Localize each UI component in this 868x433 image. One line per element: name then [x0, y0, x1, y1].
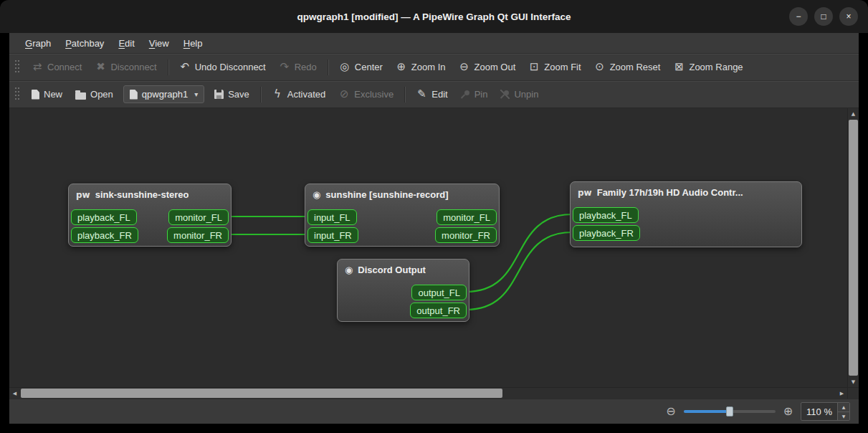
zoom-spinbox[interactable]: 110 % ▲ ▼ [801, 402, 850, 421]
zoom-spin-down-button[interactable]: ▼ [838, 411, 849, 421]
horizontal-scroll-thumb[interactable] [21, 389, 502, 398]
pin-button[interactable]: Pin [455, 85, 494, 103]
graph-node-family[interactable]: pwFamily 17h/19h HD Audio Contr...playba… [570, 181, 802, 247]
graph-edges [9, 108, 847, 387]
zoom-range-icon: ⊠ [673, 62, 685, 72]
zoom-in-icon: ⊕ [396, 62, 407, 72]
close-icon: × [846, 12, 851, 21]
disconnect-icon: ✖ [95, 62, 106, 72]
scroll-left-button[interactable]: ◀ [9, 388, 20, 399]
port-playback_FR[interactable]: playback_FR [71, 227, 138, 243]
status-zoom-out-icon[interactable]: ⊖ [666, 406, 675, 417]
pin-label: Pin [474, 89, 488, 100]
exclusive-icon: ⊘ [338, 89, 350, 100]
connect-label: Connect [47, 62, 82, 72]
disconnect-label: Disconnect [110, 62, 156, 72]
edit-button[interactable]: ✎ Edit [410, 85, 453, 103]
chevron-down-icon: ▾ [194, 90, 198, 98]
node-header: ◉sunshine [sunshine-record] [305, 184, 499, 200]
center-button[interactable]: ◎ Center [333, 58, 388, 76]
undo-disconnect-button[interactable]: ↶ Undo Disconnect [173, 58, 272, 76]
menu-patchbay[interactable]: Patchbay [58, 36, 111, 51]
menu-edit[interactable]: Edit [111, 36, 141, 51]
zoom-in-button[interactable]: ⊕ Zoom In [390, 58, 452, 76]
scroll-up-button[interactable]: ▲ [848, 108, 859, 119]
exclusive-label: Exclusive [354, 89, 394, 100]
port-playback_FL[interactable]: playback_FL [573, 207, 639, 223]
zoom-slider[interactable] [684, 406, 776, 417]
app-window: qpwgraph1 [modified] — A PipeWire Graph … [0, 0, 868, 433]
horizontal-scroll-track[interactable] [20, 388, 836, 399]
toolbar-separator [168, 60, 168, 75]
port-monitor_FL[interactable]: monitor_FL [168, 209, 229, 225]
vertical-scroll-track[interactable] [848, 119, 859, 376]
zoom-in-label: Zoom In [411, 62, 446, 72]
new-file-icon [32, 90, 39, 100]
port-playback_FR[interactable]: playback_FR [573, 225, 640, 241]
zoom-range-label: Zoom Range [689, 62, 743, 72]
minimize-icon: − [796, 12, 801, 21]
menu-graph[interactable]: Graph [18, 36, 58, 51]
scrollbar-corner [847, 388, 859, 399]
zoom-slider-fill [684, 410, 730, 413]
unpin-button[interactable]: Unpin [495, 85, 544, 103]
new-button[interactable]: New [26, 85, 68, 103]
menu-view[interactable]: View [142, 36, 176, 51]
node-header: pwFamily 17h/19h HD Audio Contr... [571, 182, 801, 198]
port-input_FL[interactable]: input_FL [307, 209, 357, 225]
port-monitor_FR[interactable]: monitor_FR [167, 227, 229, 243]
close-button[interactable]: × [839, 7, 858, 26]
patchbay-combo[interactable]: qpwgraph1 ▾ [123, 85, 204, 103]
port-output_FL[interactable]: output_FL [411, 285, 467, 300]
scroll-down-button[interactable]: ▼ [848, 376, 859, 387]
zoom-slider-handle[interactable] [726, 406, 733, 417]
graph-canvas[interactable]: pwsink-sunshine-stereoplayback_FLplaybac… [9, 108, 847, 387]
zoom-fit-label: Zoom Fit [544, 62, 581, 72]
zoom-reset-button[interactable]: ⊙ Zoom Reset [588, 58, 667, 76]
toolbar-separator [328, 60, 328, 75]
connect-button[interactable]: ⇄ Connect [26, 58, 87, 76]
zoom-range-button[interactable]: ⊠ Zoom Range [667, 58, 748, 76]
maximize-button[interactable]: □ [814, 7, 833, 26]
node-header: pwsink-sunshine-stereo [69, 184, 231, 200]
titlebar: qpwgraph1 [modified] — A PipeWire Graph … [0, 0, 868, 33]
node-title: Discord Output [358, 265, 426, 275]
minimize-button[interactable]: − [789, 7, 808, 26]
graph-node-discord[interactable]: ◉Discord Outputoutput_FLoutput_FR [337, 259, 469, 322]
canvas-row: pwsink-sunshine-stereoplayback_FLplaybac… [9, 108, 859, 387]
scroll-right-button[interactable]: ▶ [836, 388, 847, 399]
redo-label: Redo [295, 62, 317, 72]
toolbar-patchbay: New Open qpwgraph1 ▾ Save ϟ Activated ⊘ [9, 80, 859, 108]
port-output_FR[interactable]: output_FR [410, 303, 467, 318]
zoom-fit-button[interactable]: ⊡ Zoom Fit [523, 58, 586, 76]
toolbar-drag-handle[interactable] [15, 60, 19, 75]
graph-node-sunshine[interactable]: ◉sunshine [sunshine-record]input_FLinput… [305, 184, 500, 247]
toolbar-drag-handle[interactable] [15, 87, 19, 102]
save-icon [214, 90, 224, 99]
port-monitor_FL[interactable]: monitor_FL [437, 209, 497, 225]
spin-up-icon: ▲ [842, 404, 846, 409]
port-monitor_FR[interactable]: monitor_FR [435, 227, 497, 243]
redo-button[interactable]: ↷ Redo [273, 58, 323, 76]
scroll-right-icon: ▶ [840, 391, 844, 396]
open-button[interactable]: Open [70, 85, 119, 103]
application-node-icon: ◉ [345, 265, 353, 275]
port-playback_FL[interactable]: playback_FL [71, 209, 137, 225]
open-folder-icon [75, 92, 86, 100]
save-button[interactable]: Save [209, 85, 255, 103]
zoom-out-button[interactable]: ⊖ Zoom Out [453, 58, 522, 76]
vertical-scroll-thumb[interactable] [849, 120, 858, 376]
activated-button[interactable]: ϟ Activated [266, 85, 331, 103]
disconnect-button[interactable]: ✖ Disconnect [89, 58, 162, 76]
status-zoom-in-icon[interactable]: ⊕ [783, 406, 793, 417]
horizontal-scrollbar[interactable]: ◀ ▶ [9, 387, 859, 399]
zoom-value[interactable]: 110 % [801, 403, 837, 420]
window-content: Graph Patchbay Edit View Help ⇄ Connect … [9, 33, 859, 424]
exclusive-button[interactable]: ⊘ Exclusive [333, 85, 399, 103]
zoom-spin-up-button[interactable]: ▲ [838, 403, 849, 411]
graph-node-sink[interactable]: pwsink-sunshine-stereoplayback_FLplaybac… [68, 184, 232, 247]
menu-help[interactable]: Help [176, 36, 210, 51]
scroll-left-icon: ◀ [13, 391, 16, 396]
vertical-scrollbar[interactable]: ▲ ▼ [847, 108, 859, 387]
port-input_FR[interactable]: input_FR [307, 227, 358, 243]
